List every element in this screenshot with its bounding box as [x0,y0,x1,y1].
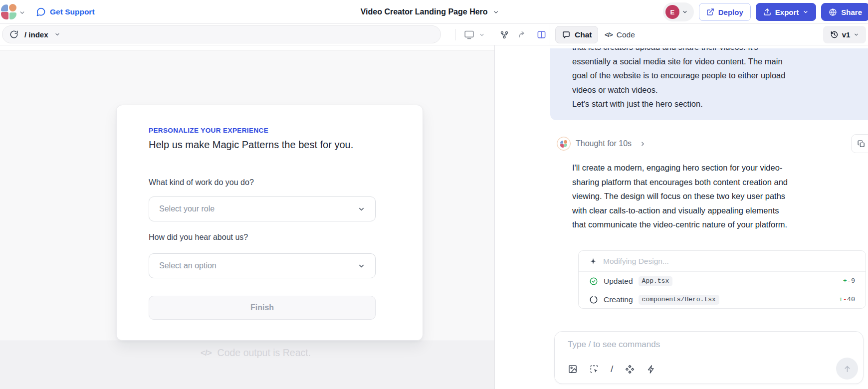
spinner-icon [589,295,598,304]
header-actions: E Deploy Export [663,0,868,24]
finish-button[interactable]: Finish [149,296,376,320]
question1-label: What kind of work do you do? [149,178,254,187]
get-support-label: Get Support [50,7,95,16]
project-title: Video Creator Landing Page Hero [361,7,488,16]
status-row: Updated App.tsx +-9 [579,272,866,290]
account-menu[interactable]: E [663,2,694,21]
export-upload-icon [763,8,771,16]
share-label: Share [841,8,862,16]
assistant-message-line: viewing. The design will focus on these … [572,189,788,203]
onboarding-card: PERSONALIZE YOUR EXPERIENCE Help us make… [116,105,423,341]
device-preview-icon[interactable] [464,24,474,45]
avatar: E [665,5,679,19]
diff-count: +-40 [839,296,855,303]
chat-input[interactable] [568,340,782,350]
diff-count: +-9 [843,277,855,285]
version-history-button[interactable]: v1 [823,26,866,43]
export-chevron-down-icon [803,9,809,15]
design-system-icon[interactable] [625,364,635,375]
chat-bubble-icon [562,30,571,39]
canvas-top-edge [0,45,494,50]
referral-select-placeholder: Select an option [159,261,358,270]
user-message-bubble: that lets creators upload and share thei… [550,48,868,120]
chat-panel: that lets creators upload and share thei… [494,45,868,389]
panel-divider [550,24,550,45]
history-icon [830,30,839,39]
open-in-new-tab-icon[interactable] [518,24,527,45]
send-button[interactable] [836,358,858,380]
check-circle-icon [589,277,598,286]
assistant-message-line: that communicate the video-centric natur… [572,217,788,232]
get-support-button[interactable]: Get Support [36,0,95,24]
export-button[interactable]: Export [756,3,817,21]
tab-code[interactable]: </> Code [605,26,635,43]
split-view-icon[interactable] [537,24,546,45]
assistant-avatar [557,137,571,151]
copy-message-button[interactable] [851,134,868,153]
role-select-placeholder: Select your role [159,204,358,213]
deploy-external-link-icon [706,8,714,16]
file-chip: components/Hero.tsx [639,295,719,305]
assistant-message-line: sharing platform that encourages both co… [572,175,788,190]
thought-chevron-right-icon [640,141,646,147]
user-message-line: goal of the website is to encourage peop… [572,68,847,83]
thought-label: Thought for 10s [576,139,632,148]
chat-composer: / [554,331,864,384]
route-path: / index [24,30,48,39]
export-label: Export [775,8,799,16]
support-chat-bubble-icon [36,7,46,17]
refresh-icon[interactable] [9,30,18,39]
user-message-line: that lets creators upload and share thei… [572,48,847,54]
share-globe-icon [829,8,837,16]
code-icon: </> [201,348,212,358]
route-bar[interactable]: / index [2,25,441,43]
assistant-message-line: I'll create a modern, engaging hero sect… [572,161,788,175]
status-card-header: Modifying Design... [579,251,866,272]
route-chevron-down-icon[interactable] [54,31,60,37]
title-chevron-down-icon [493,9,499,15]
user-message-line: videos or watch videos. [572,83,847,97]
preview-toolbar: / index Chat </> Code [0,24,868,45]
composer-toolbar: / [568,364,656,375]
user-message-line: essentially a social media site for vide… [572,54,847,69]
status-action: Updated [604,277,633,286]
preview-panel: PERSONALIZE YOUR EXPERIENCE Help us make… [0,45,494,389]
attach-image-icon[interactable] [568,364,578,374]
select-chevron-down-icon [358,262,365,270]
sparkle-icon [589,257,597,265]
tab-chat[interactable]: Chat [555,26,598,43]
watermark-text: Code output is React. [217,347,311,359]
component-tree-icon[interactable] [500,24,509,45]
status-action: Creating [604,295,633,304]
canvas-watermark: </> Code output is React. [201,347,311,359]
tab-chat-label: Chat [575,30,592,39]
copy-icon [857,140,866,148]
device-chevron-down-icon[interactable] [479,24,485,45]
share-button[interactable]: Share [821,3,868,21]
generation-status-card: Modifying Design... Updated App.tsx +-9 … [578,250,866,309]
user-message-line: Let's start with just the hero section. [572,97,847,111]
status-card-title: Modifying Design... [603,257,669,266]
status-row: Creating components/Hero.tsx +-40 [579,290,866,309]
role-select[interactable]: Select your role [149,196,376,221]
select-chevron-down-icon [358,205,365,213]
file-chip: App.tsx [639,276,673,286]
card-eyebrow: PERSONALIZE YOUR EXPERIENCE [149,127,268,134]
slash-command-icon[interactable]: / [611,364,613,375]
thought-toggle[interactable]: Thought for 10s [557,137,646,151]
toolbar-divider [455,29,455,40]
deploy-button[interactable]: Deploy [699,3,751,21]
select-element-icon[interactable] [589,364,599,374]
assistant-message: I'll create a modern, engaging hero sect… [572,161,788,232]
magic-patterns-app: Get Support Video Creator Landing Page H… [0,0,868,389]
deploy-label: Deploy [718,8,743,16]
card-heading: Help us make Magic Patterns the best for… [149,139,353,151]
project-title-menu[interactable]: Video Creator Landing Page Hero [361,0,499,24]
referral-select[interactable]: Select an option [149,253,376,278]
top-header: Get Support Video Creator Landing Page H… [0,0,868,24]
assistant-message-line: with clear calls-to-action and visually … [572,203,788,218]
magic-patterns-logo[interactable] [1,4,17,20]
version-label: v1 [842,30,851,39]
quick-actions-bolt-icon[interactable] [647,365,656,374]
workspace-chevron-down-icon[interactable] [19,9,25,16]
